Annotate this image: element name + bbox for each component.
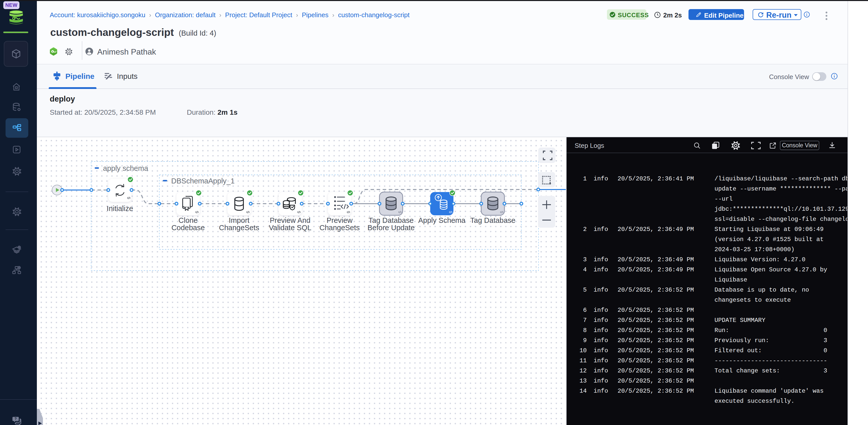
svg-text:ChangeSets: ChangeSets <box>319 224 360 232</box>
svg-text:Apply Schema: Apply Schema <box>418 216 466 224</box>
svg-text:Clone: Clone <box>179 216 198 224</box>
svg-text:Import: Import <box>229 216 249 224</box>
svg-text:ChangeSets: ChangeSets <box>219 224 259 232</box>
svg-text:Codebase: Codebase <box>172 224 205 232</box>
svg-text:?: ? <box>14 417 17 421</box>
svg-text:Tag Database: Tag Database <box>369 216 414 224</box>
svg-text:Before Update: Before Update <box>367 224 414 232</box>
svg-text:Preview: Preview <box>327 216 353 224</box>
svg-text:apply schema: apply schema <box>103 164 149 172</box>
svg-text:Preview And: Preview And <box>270 216 310 224</box>
svg-text:Validate SQL: Validate SQL <box>269 224 312 232</box>
svg-text:DBSchemaApply_1: DBSchemaApply_1 <box>171 177 235 185</box>
svg-text:Tag Database: Tag Database <box>470 216 516 224</box>
svg-text:Initialize: Initialize <box>107 204 133 213</box>
